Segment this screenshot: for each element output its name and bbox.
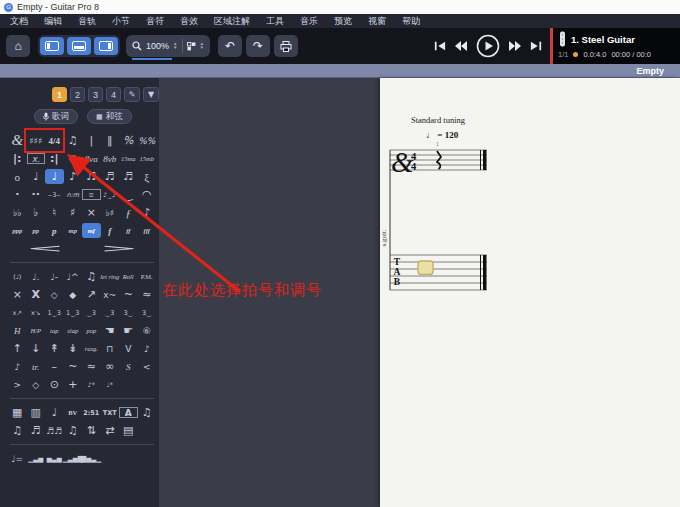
brush-down-icon[interactable]: ↡ xyxy=(64,341,83,356)
turn-icon[interactable]: S xyxy=(119,359,138,374)
beam-group-icon[interactable]: ♬♬ xyxy=(45,423,64,438)
let-ring-icon[interactable]: let ring xyxy=(101,269,120,284)
palette-collapse-button[interactable]: ▼ xyxy=(143,87,159,102)
beam-join-icon[interactable]: ♫ xyxy=(8,423,27,438)
double-simile-repeat-icon[interactable]: %% xyxy=(138,133,157,148)
directions-note-icon[interactable]: ♩ xyxy=(45,405,64,420)
force-beam-icon[interactable]: ♫ xyxy=(64,423,83,438)
tuplet-icon[interactable]: n:m xyxy=(64,187,83,202)
triplet-icon[interactable]: ‒3‒ xyxy=(45,187,64,202)
stem-direction-icon[interactable]: ⇅ xyxy=(82,423,101,438)
grace-before-beat-icon[interactable]: ♪ xyxy=(138,341,157,356)
dead-note-icon[interactable]: × xyxy=(8,287,27,302)
slide-in-above-icon[interactable]: x↗ xyxy=(8,305,27,320)
zoom-value[interactable]: 100% xyxy=(146,41,169,51)
cross-note-icon[interactable]: X xyxy=(27,287,46,302)
dynamic-p-icon[interactable]: p xyxy=(45,223,64,238)
tenuto-icon[interactable]: ♩- xyxy=(45,269,64,284)
plus-ornament-icon[interactable]: + xyxy=(64,377,83,392)
home-button[interactable]: ⌂ xyxy=(6,35,30,57)
quarter-note-icon[interactable]: ♩ xyxy=(45,169,64,184)
trill-icon[interactable]: tr. xyxy=(27,359,46,374)
timer-icon[interactable]: 2:51 xyxy=(82,405,101,420)
page-layout-stepper[interactable]: ▲ ▼ xyxy=(200,42,204,51)
arpeggio-up-icon[interactable]: ↑ xyxy=(8,341,27,356)
accidental-combo-icon[interactable]: ♭♯ xyxy=(101,205,120,220)
sixteenth-note-icon[interactable]: ♬ xyxy=(82,169,101,184)
menu-item[interactable]: 帮助 xyxy=(394,14,428,28)
slide-from-above-icon[interactable]: ‿3 xyxy=(101,305,120,320)
quindicesima-up-icon[interactable]: 15ma xyxy=(119,151,138,166)
fretboard-diagram-icon[interactable]: ▦ xyxy=(8,405,27,420)
bend-icon[interactable]: ↗ xyxy=(82,287,101,302)
time-signature-icon[interactable]: 4/4 xyxy=(45,133,64,148)
dynamic-pp-icon[interactable]: pp xyxy=(27,223,46,238)
menu-item[interactable]: 区域注解 xyxy=(206,14,258,28)
roll-icon[interactable]: Roll xyxy=(119,269,138,284)
natural-icon[interactable]: ♮ xyxy=(45,205,64,220)
slide-dash-icon[interactable]: – xyxy=(45,359,64,374)
slide-in-below-icon[interactable]: x↘ xyxy=(27,305,46,320)
beam-split-icon[interactable]: ♬ xyxy=(27,423,46,438)
left-hand-icon[interactable]: ☚ xyxy=(101,323,120,338)
staccato-icon[interactable]: ♩. xyxy=(27,269,46,284)
track-panel[interactable]: 1. Steel Guitar 1/1 0.0:4.0 00:00 / 00:0 xyxy=(550,28,680,64)
skip-start-button[interactable] xyxy=(434,40,446,52)
brush-up-icon[interactable]: ↟ xyxy=(45,341,64,356)
dotted-note-icon[interactable]: · xyxy=(8,187,27,202)
palette-settings-button[interactable]: ✎ xyxy=(124,87,140,102)
half-note-icon[interactable]: ♩ xyxy=(27,169,46,184)
automation-icon[interactable]: ▅▃▅ xyxy=(45,451,64,466)
multibar-rest-icon[interactable]: ▤ xyxy=(119,423,138,438)
downstroke-icon[interactable]: ⊓ xyxy=(101,341,120,356)
forward-button[interactable] xyxy=(508,40,522,52)
grace-note-icon[interactable]: ♫ xyxy=(64,133,83,148)
menu-item[interactable]: 视窗 xyxy=(360,14,394,28)
dynamic-ppp-icon[interactable]: ppp xyxy=(8,223,27,238)
pop-icon[interactable]: pop xyxy=(82,323,101,338)
keyboard-diagram-icon[interactable]: ▥ xyxy=(27,405,46,420)
beam-auto-icon[interactable]: ♫ xyxy=(138,405,157,420)
accidental-note-icon[interactable]: ♪ xyxy=(138,205,157,220)
rhythm-notes-icon[interactable]: ♫ xyxy=(82,269,101,284)
sixty-fourth-note-icon[interactable]: ♬ xyxy=(119,169,138,184)
double-sharp-icon[interactable]: × xyxy=(82,205,101,220)
angle-left-icon[interactable]: < xyxy=(138,359,157,374)
wah-open-icon[interactable]: ~ xyxy=(64,359,83,374)
simile-repeat-icon[interactable]: % xyxy=(119,133,138,148)
lyrics-button[interactable]: 歌词 xyxy=(34,109,78,124)
grace-on-beat-icon[interactable]: ♪ xyxy=(8,359,27,374)
slide-from-below-icon[interactable]: ‿3 xyxy=(82,305,101,320)
double-barline-icon[interactable]: ‖ xyxy=(101,133,120,148)
vibrato-icon[interactable]: ~ xyxy=(119,287,138,302)
menu-item[interactable]: 音轨 xyxy=(70,14,104,28)
bass-voice-icon[interactable]: BV xyxy=(64,405,83,420)
eighth-note-icon[interactable]: ♪ xyxy=(64,169,83,184)
palette-tab[interactable]: 1 xyxy=(52,87,67,102)
rest-icon[interactable]: ξ xyxy=(138,169,157,184)
rasgueado-icon[interactable]: rasg. xyxy=(82,341,101,356)
key-signature-icon[interactable]: ♯♯♯ xyxy=(27,133,46,148)
palette-tab[interactable]: 4 xyxy=(106,87,121,102)
diamond-notehead-icon[interactable]: ◇ xyxy=(27,377,46,392)
decrescendo-icon[interactable]: > xyxy=(0,240,160,257)
forced-accidental-icon[interactable]: ƒ xyxy=(119,205,138,220)
wide-vibrato-icon[interactable]: ≈ xyxy=(138,287,157,302)
view-mode-horizontal-button[interactable] xyxy=(67,37,91,55)
menu-item[interactable]: 文档 xyxy=(2,14,36,28)
octave-down-icon[interactable]: 8vb xyxy=(101,151,120,166)
clef-icon[interactable]: & xyxy=(8,133,27,148)
arpeggio-down-icon[interactable]: ↓ xyxy=(27,341,46,356)
tempo-marker-icon[interactable]: ♩= xyxy=(8,451,27,466)
slap-icon[interactable]: slap xyxy=(64,323,83,338)
slide-out-down-icon[interactable]: 3‿ xyxy=(138,305,157,320)
layout-down-icon[interactable]: ▼ xyxy=(200,46,204,51)
thirty-second-note-icon[interactable]: ♬ xyxy=(101,169,120,184)
dynamic-mf-icon[interactable]: mf xyxy=(82,223,101,238)
voice-swap-icon[interactable]: ⇄ xyxy=(101,423,120,438)
slur-icon[interactable]: ‿ xyxy=(119,187,138,202)
menu-item[interactable]: 编辑 xyxy=(36,14,70,28)
upstroke-icon[interactable]: V xyxy=(119,341,138,356)
fermata-icon[interactable]: ◠ xyxy=(138,187,157,202)
hammer-pull-icon[interactable]: H/P xyxy=(27,323,46,338)
